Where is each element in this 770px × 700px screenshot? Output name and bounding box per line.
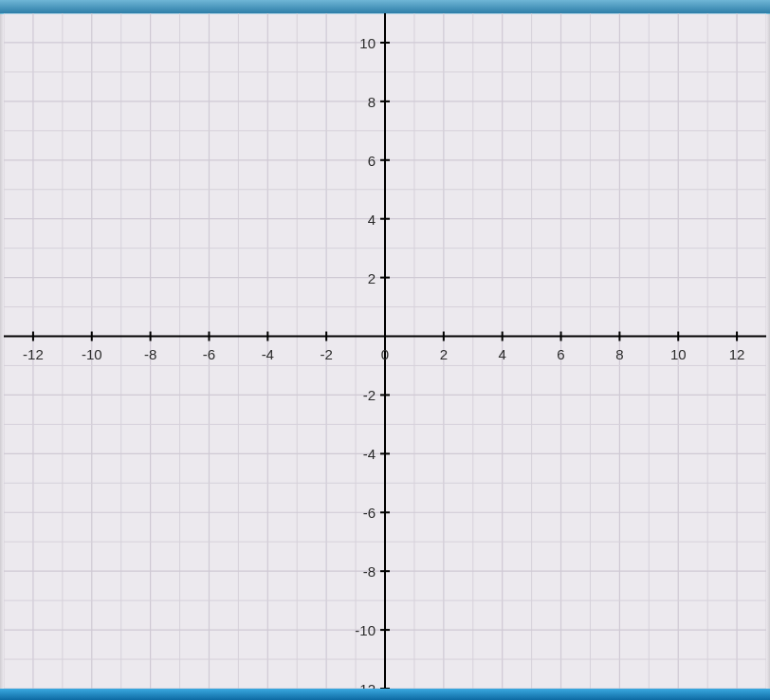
window-bottom-edge: [0, 689, 770, 700]
window-titlebar: [0, 0, 770, 14]
window-right-edge: [766, 13, 770, 689]
x-tick-label: 6: [557, 346, 564, 362]
x-tick-label: -8: [144, 346, 156, 362]
x-tick-label: 0: [381, 346, 389, 362]
x-tick-label: -2: [320, 346, 332, 362]
y-tick-label: 6: [368, 152, 381, 168]
y-tick-label: 2: [368, 269, 381, 286]
y-tick-label: 4: [368, 211, 381, 227]
y-tick-label: -4: [363, 446, 381, 462]
coordinate-plane[interactable]: -12-10-8-6-4-2024681012-12-10-8-6-4-2246…: [4, 13, 766, 689]
x-tick-label: 4: [499, 346, 506, 362]
graph-window: -12-10-8-6-4-2024681012-12-10-8-6-4-2246…: [0, 0, 770, 700]
y-tick-label: -12: [355, 681, 381, 690]
x-tick-label: 2: [440, 346, 448, 362]
y-tick-label: 8: [368, 93, 381, 109]
y-tick-label: -8: [363, 563, 381, 580]
x-tick-label: -4: [262, 346, 274, 362]
x-tick-label: 10: [670, 346, 687, 362]
y-tick-label: -10: [355, 622, 381, 638]
y-tick-label: -2: [363, 387, 381, 403]
x-tick-label: 8: [615, 346, 623, 362]
x-tick-label: 12: [729, 346, 745, 362]
y-tick-label: 10: [359, 34, 381, 50]
x-tick-label: -6: [203, 346, 215, 362]
x-tick-label: -12: [23, 346, 44, 362]
x-tick-label: -10: [82, 346, 102, 362]
y-tick-label: -6: [363, 505, 381, 521]
